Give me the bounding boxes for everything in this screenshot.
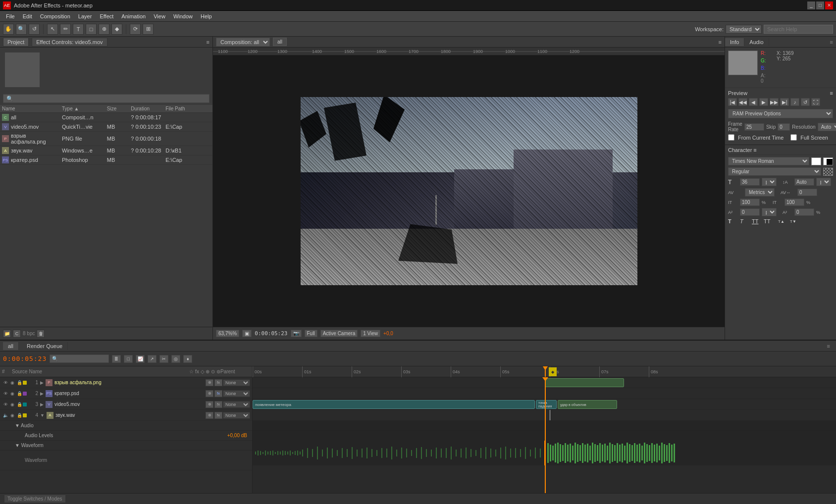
font-size-input[interactable] (740, 178, 760, 186)
tl-btn-render[interactable]: □ (124, 355, 133, 363)
layer3-solo-icon[interactable]: ◉ (9, 401, 16, 408)
layer2-fx[interactable]: fx (214, 390, 222, 397)
layer4-speaker-icon[interactable]: 🔈 (2, 412, 9, 419)
layer1-eye-icon[interactable]: 👁 (2, 379, 9, 386)
fill-none-swatch[interactable] (823, 168, 833, 176)
timeline-timecode[interactable]: 0:00:05:23 (3, 355, 47, 362)
layer-row-3[interactable]: 👁 ◉ 🔒 3 ▶ V video5.mov ⊕ fx None (0, 399, 252, 410)
preview-loop-btn[interactable]: ↺ (801, 98, 810, 106)
comp-resolution-btn[interactable]: ▣ (242, 330, 252, 337)
project-new-comp-btn[interactable]: C (13, 330, 21, 338)
preview-first-frame-btn[interactable]: |◀ (728, 98, 737, 106)
layer1-lock-icon[interactable]: 🔒 (16, 379, 23, 386)
menu-help[interactable]: Help (197, 12, 216, 20)
tracking-input[interactable] (797, 189, 817, 196)
close-button[interactable]: ✕ (825, 1, 833, 9)
comp-menu-button[interactable]: ≡ (719, 39, 722, 45)
kerning-select[interactable]: Metrics (745, 188, 775, 197)
layer4-switches[interactable]: ⊕ (206, 412, 213, 419)
tool-text[interactable]: T (73, 24, 84, 35)
preview-prev-frame-btn[interactable]: ◀◀ (738, 98, 747, 106)
composition-select[interactable]: Composition: all (216, 38, 270, 47)
layer1-solo-icon[interactable]: ◉ (9, 379, 16, 386)
layer4-solo-icon[interactable]: ◉ (9, 412, 16, 419)
tool-clone[interactable]: ⊕ (99, 24, 109, 35)
skip-input[interactable] (778, 123, 790, 131)
timeline-marker[interactable]: ◆ (549, 367, 557, 376)
menu-composition[interactable]: Composition (36, 12, 74, 20)
ram-preview-select[interactable]: RAM Preview Options (728, 109, 833, 118)
comp-view-btn[interactable]: 1 View (361, 330, 380, 337)
leading-unit-select[interactable]: px (816, 178, 831, 186)
layer4-fx[interactable]: fx (214, 412, 222, 419)
tl-btn-mask[interactable]: ✂ (159, 355, 168, 363)
baseline-unit-select[interactable]: px (762, 208, 777, 216)
comp-zoom-btn[interactable]: 63,7%% (216, 330, 239, 337)
project-tab[interactable]: Project (3, 38, 29, 47)
preview-menu-button[interactable]: ≡ (830, 90, 833, 96)
layer2-switches[interactable]: ⊕ (206, 390, 213, 397)
clip-explosion[interactable] (545, 378, 624, 387)
text-color-swatch[interactable] (811, 157, 821, 165)
tool-puppet[interactable]: ◆ (111, 24, 122, 35)
layer3-eye-icon[interactable]: 👁 (2, 401, 9, 408)
tab-info[interactable]: Info (725, 38, 744, 46)
from-current-time-checkbox[interactable] (728, 134, 734, 141)
menu-file[interactable]: File (2, 12, 19, 20)
tool-select[interactable]: ↖ (47, 24, 58, 35)
clip-hit-lens[interactable]: удар в объектив (558, 400, 617, 409)
menu-edit[interactable]: Edit (19, 12, 36, 20)
menu-effect[interactable]: Effect (96, 12, 117, 20)
font-style-select[interactable]: Regular (728, 167, 821, 176)
layer1-switches[interactable]: ⊕ (206, 379, 213, 386)
timeline-menu-button[interactable]: ≡ (827, 343, 830, 349)
strikethrough-btn[interactable]: TT (764, 218, 776, 224)
tl-btn-stagger[interactable]: ≣ (112, 355, 121, 363)
bold-btn[interactable]: T (728, 218, 738, 224)
project-delete-btn[interactable]: 🗑 (37, 330, 45, 338)
layer-row-4[interactable]: 🔈 ◉ 🔒 4 ▼ A звук.wav ⊕ fx None (0, 410, 252, 421)
frame-rate-input[interactable] (744, 123, 764, 131)
effect-controls-tab[interactable]: Effect Controls: video5.mov (32, 38, 107, 47)
comp-resolution-select-btn[interactable]: Full (305, 330, 317, 337)
menu-animation[interactable]: Animation (117, 12, 150, 20)
comp-snapshot-btn[interactable]: 📷 (291, 330, 302, 337)
clip-fall-point[interactable]: точка падения (536, 400, 557, 409)
superscript-btn[interactable]: T▲ (778, 219, 788, 224)
menu-layer[interactable]: Layer (74, 12, 96, 20)
search-input[interactable] (764, 25, 833, 34)
resolution-select[interactable]: Auto (818, 123, 836, 131)
horiz-scale-input[interactable] (740, 199, 760, 206)
tab-audio[interactable]: Audio (744, 38, 769, 46)
layer-row-1[interactable]: 👁 ◉ 🔒 1 ▶ P взрыв асфальта.png ⊕ fx None (0, 377, 252, 388)
minimize-button[interactable]: _ (807, 1, 815, 9)
underline-btn[interactable]: TT (752, 218, 762, 224)
layer-row-2[interactable]: 👁 ◉ 🔒 2 ▶ PS кратер.psd ⊕ fx None (0, 388, 252, 399)
layer4-parent-select[interactable]: None (223, 412, 250, 419)
tool-rotate[interactable]: ↺ (29, 24, 40, 35)
preview-audio-btn[interactable]: ♪ (790, 98, 799, 106)
tool-pen[interactable]: ✏ (60, 24, 71, 35)
character-menu-button[interactable]: ≡ (753, 147, 756, 153)
project-row-all[interactable]: C all Composit…n ? 0:00:08:17 (0, 113, 212, 122)
timeline-tab-all[interactable]: all (3, 342, 19, 350)
layer3-switches[interactable]: ⊕ (206, 401, 213, 408)
vert-scale-input[interactable] (784, 199, 804, 206)
clip-meteor-appearance[interactable]: появление метеора (253, 400, 535, 409)
tracks-area[interactable]: 00s 01s 02s 03s 04s 05s 06s 07s 08s ◆ (253, 366, 836, 493)
italic-btn[interactable]: T (740, 218, 750, 224)
tool-shape[interactable]: □ (86, 24, 97, 35)
comp-viewer[interactable] (213, 55, 725, 327)
project-new-folder-btn[interactable]: 📁 (3, 330, 11, 338)
stroke-color-swatch[interactable] (823, 157, 833, 165)
layer1-expand-icon[interactable]: ▶ (40, 380, 44, 385)
layer4-lock-icon[interactable]: 🔒 (16, 412, 23, 419)
subscript-btn[interactable]: T▼ (790, 219, 800, 224)
tool-extra1[interactable]: ⟳ (130, 24, 141, 35)
full-screen-checkbox[interactable] (790, 134, 797, 141)
tl-btn-graph[interactable]: 📈 (136, 355, 145, 363)
layer3-parent-select[interactable]: None (223, 401, 250, 408)
layer1-fx[interactable]: fx (214, 379, 222, 386)
comp-tab-all[interactable]: all (273, 38, 287, 46)
baseline-input[interactable] (740, 208, 760, 216)
